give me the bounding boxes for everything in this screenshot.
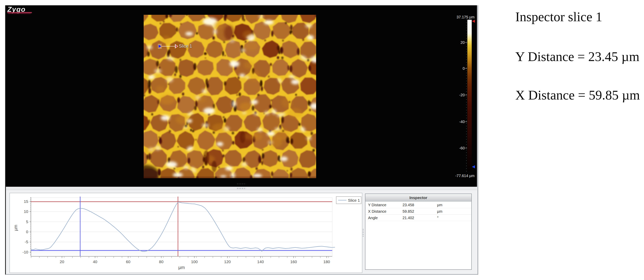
svg-text:180: 180 xyxy=(323,260,330,264)
svg-text:60: 60 xyxy=(126,260,130,264)
svg-text:10: 10 xyxy=(24,209,28,214)
svg-text:µm: µm xyxy=(13,225,18,231)
svg-text:0: 0 xyxy=(26,230,28,234)
svg-text:120: 120 xyxy=(224,260,231,264)
svg-text:15: 15 xyxy=(24,199,28,204)
svg-text:80: 80 xyxy=(159,260,163,264)
svg-text:20: 20 xyxy=(60,260,64,264)
svg-text:100: 100 xyxy=(191,260,198,264)
svg-text:5: 5 xyxy=(26,220,28,224)
svg-text:140: 140 xyxy=(257,260,264,264)
svg-text:Slice 1: Slice 1 xyxy=(348,198,360,202)
svg-text:-10: -10 xyxy=(22,250,28,254)
svg-text:40: 40 xyxy=(93,260,97,264)
svg-text:160: 160 xyxy=(290,260,297,264)
svg-text:µm: µm xyxy=(178,265,185,270)
svg-text:-5: -5 xyxy=(25,240,28,244)
